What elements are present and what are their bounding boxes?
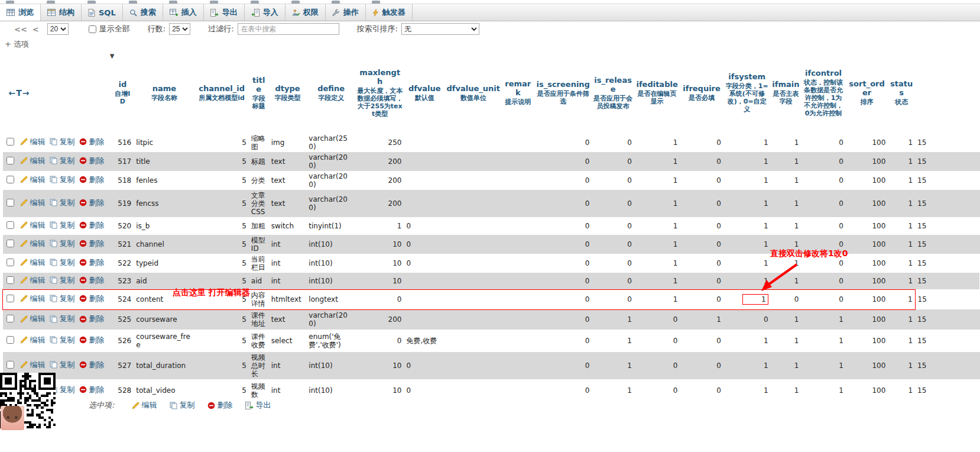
col-header-clipped[interactable] bbox=[915, 52, 979, 133]
tab-browse[interactable]: 浏览 bbox=[0, 4, 41, 21]
cell-dfvalue[interactable] bbox=[404, 273, 445, 289]
edit-link[interactable]: 编辑 bbox=[20, 199, 45, 207]
cell-name[interactable]: courseware_free bbox=[134, 330, 194, 352]
cell-id[interactable]: 519 bbox=[111, 190, 134, 217]
cell-maxlength[interactable]: 250 bbox=[356, 133, 404, 152]
cell-ifcontrol[interactable]: 0 bbox=[801, 133, 846, 152]
edit-link[interactable]: 编辑 bbox=[20, 138, 45, 146]
cell-remark[interactable] bbox=[501, 190, 534, 217]
cell-dtype[interactable]: text bbox=[269, 152, 307, 171]
cell-sort_order[interactable]: 100 bbox=[846, 190, 888, 217]
cell-is_screening[interactable]: 0 bbox=[534, 330, 592, 352]
cell-define[interactable]: int(10) bbox=[306, 273, 356, 289]
cell-dtype[interactable]: int bbox=[269, 254, 307, 273]
cell-ifsystem[interactable]: 0 bbox=[723, 309, 771, 330]
cell-ifsystem[interactable]: 1 bbox=[723, 152, 771, 171]
cell-dtype[interactable]: text bbox=[269, 190, 307, 217]
cell-maxlength[interactable]: 200 bbox=[356, 190, 404, 217]
cell-dfvalue_unit[interactable] bbox=[445, 352, 501, 379]
copy-link[interactable]: 复制 bbox=[50, 361, 74, 369]
transpose-control[interactable]: ←T→ bbox=[9, 88, 30, 98]
cell-id[interactable]: 520 bbox=[111, 217, 134, 235]
cell-remark[interactable] bbox=[501, 235, 534, 254]
sort-select[interactable]: 无 bbox=[401, 23, 479, 35]
selected-copy-link[interactable]: 复制 bbox=[170, 400, 194, 411]
cell-ifrequire[interactable]: 0 bbox=[680, 254, 723, 273]
cell-ifmain[interactable]: 1 bbox=[771, 152, 801, 171]
cell-sort_order[interactable]: 100 bbox=[846, 133, 888, 152]
delete-link[interactable]: 删除 bbox=[79, 176, 104, 184]
selected-delete-link[interactable]: 删除 bbox=[207, 400, 232, 411]
cell-name[interactable]: title bbox=[134, 152, 194, 171]
cell-clipped[interactable]: 15 bbox=[915, 309, 979, 330]
cell-title[interactable]: 缩略图 bbox=[249, 133, 269, 152]
col-header-define[interactable]: define字段定义 bbox=[306, 52, 356, 133]
cell-is_screening[interactable]: 0 bbox=[534, 171, 592, 190]
cell-sort_order[interactable]: 100 bbox=[846, 309, 888, 330]
row-checkbox[interactable] bbox=[7, 221, 14, 229]
edit-link[interactable]: 编辑 bbox=[20, 221, 45, 230]
delete-link[interactable]: 删除 bbox=[79, 221, 104, 230]
cell-ifeditable[interactable]: 0 bbox=[634, 379, 680, 402]
cell-dfvalue_unit[interactable] bbox=[445, 254, 501, 273]
cell-ifrequire[interactable]: 0 bbox=[680, 235, 723, 254]
delete-link[interactable]: 删除 bbox=[79, 386, 104, 394]
cell-channel_id[interactable]: 5 bbox=[195, 330, 249, 352]
cell-ifsystem[interactable]: 1 bbox=[723, 171, 771, 190]
copy-link[interactable]: 复制 bbox=[50, 276, 74, 285]
row-checkbox[interactable] bbox=[7, 138, 14, 146]
cell-title[interactable]: 加粗 bbox=[249, 217, 269, 235]
delete-link[interactable]: 删除 bbox=[79, 295, 104, 303]
cell-dfvalue_unit[interactable] bbox=[445, 217, 501, 235]
cell-is_release[interactable]: 1 bbox=[592, 330, 634, 352]
cell-name[interactable]: fenles bbox=[134, 171, 194, 190]
cell-clipped[interactable]: 15 bbox=[915, 254, 979, 273]
cell-sort_order[interactable]: 100 bbox=[846, 235, 888, 254]
edit-link[interactable]: 编辑 bbox=[20, 240, 45, 248]
cell-remark[interactable] bbox=[501, 309, 534, 330]
cell-channel_id[interactable]: 5 bbox=[195, 273, 249, 289]
cell-id[interactable]: 518 bbox=[111, 171, 134, 190]
cell-remark[interactable] bbox=[501, 273, 534, 289]
cell-dfvalue[interactable] bbox=[404, 309, 445, 330]
cell-define[interactable]: int(10) bbox=[306, 352, 356, 379]
cell-remark[interactable] bbox=[501, 352, 534, 379]
cell-ifeditable[interactable]: 1 bbox=[634, 152, 680, 171]
cell-maxlength[interactable]: 1 bbox=[356, 217, 404, 235]
copy-link[interactable]: 复制 bbox=[50, 138, 74, 146]
row-checkbox[interactable] bbox=[7, 240, 14, 247]
cell-maxlength[interactable]: 10 bbox=[356, 352, 404, 379]
col-header-ifsystem[interactable]: ifsystem字段分类，1=系统(不可修改)，0=自定义 bbox=[723, 52, 771, 133]
cell-sort_order[interactable]: 100 bbox=[846, 289, 888, 309]
cell-ifrequire[interactable]: 0 bbox=[680, 273, 723, 289]
cell-ifcontrol[interactable]: 1 bbox=[801, 352, 846, 379]
col-header-is_release[interactable]: is_release是否应用于会员投稿发布 bbox=[592, 52, 634, 133]
cell-name[interactable]: typeid bbox=[134, 254, 194, 273]
cell-title[interactable]: 内容详情 bbox=[249, 289, 269, 309]
cell-is_release[interactable]: 0 bbox=[592, 152, 634, 171]
cell-dtype[interactable]: text bbox=[269, 171, 307, 190]
col-header-ifrequire[interactable]: ifrequire是否必填 bbox=[680, 52, 723, 133]
cell-sort_order[interactable]: 100 bbox=[846, 152, 888, 171]
cell-ifrequire[interactable]: 0 bbox=[680, 379, 723, 402]
cell-sort_order[interactable]: 100 bbox=[846, 352, 888, 379]
show-all-checkbox[interactable] bbox=[89, 25, 96, 33]
cell-dfvalue_unit[interactable] bbox=[445, 171, 501, 190]
cell-id[interactable]: 517 bbox=[111, 152, 134, 171]
cell-is_screening[interactable]: 0 bbox=[534, 352, 592, 379]
cell-ifeditable[interactable]: 1 bbox=[634, 217, 680, 235]
cell-ifrequire[interactable]: 0 bbox=[680, 190, 723, 217]
cell-maxlength[interactable]: 200 bbox=[356, 171, 404, 190]
cell-clipped[interactable]: 15 bbox=[915, 289, 979, 309]
cell-is_release[interactable]: 1 bbox=[592, 352, 634, 379]
cell-ifmain[interactable]: 1 bbox=[771, 217, 801, 235]
cell-is_screening[interactable]: 0 bbox=[534, 235, 592, 254]
cell-is_release[interactable]: 0 bbox=[592, 289, 634, 309]
edit-link[interactable]: 编辑 bbox=[20, 336, 45, 344]
cell-maxlength[interactable]: 200 bbox=[356, 152, 404, 171]
cell-name[interactable]: courseware bbox=[134, 309, 194, 330]
cell-dtype[interactable]: int bbox=[269, 235, 307, 254]
cell-ifrequire[interactable]: 0 bbox=[680, 217, 723, 235]
row-checkbox[interactable] bbox=[7, 157, 14, 164]
cell-ifcontrol[interactable]: 0 bbox=[801, 152, 846, 171]
